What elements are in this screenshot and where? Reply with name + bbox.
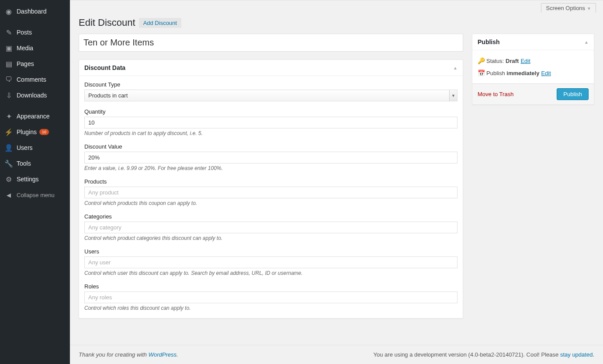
sidebar-item-label: Downloads (17, 92, 47, 99)
admin-sidebar: ◉Dashboard ✎Posts ▣Media ▤Pages 🗨Comment… (0, 0, 70, 364)
page-icon: ▤ (4, 59, 13, 68)
roles-input[interactable] (84, 291, 457, 303)
products-label: Products (84, 178, 457, 185)
wordpress-link[interactable]: WordPress (149, 351, 177, 358)
sliders-icon: ⚙ (4, 175, 13, 184)
sidebar-item-label: Pages (17, 60, 34, 67)
quantity-label: Quantity (84, 108, 457, 115)
discount-value-help: Enter a value, i.e. 9.99 or 20%. For fre… (84, 165, 457, 171)
sidebar-item-label: Tools (17, 160, 31, 167)
users-help: Control which user this discount can app… (84, 270, 457, 276)
screen-options-button[interactable]: Screen Options▼ (541, 3, 596, 13)
categories-input[interactable] (84, 222, 457, 233)
sidebar-item-users[interactable]: 👤Users (0, 140, 70, 156)
gauge-icon: ◉ (4, 7, 13, 16)
sidebar-item-label: Comments (17, 76, 46, 83)
quantity-input[interactable] (84, 117, 457, 128)
page-title: Edit Discount (79, 17, 135, 28)
sidebar-item-downloads[interactable]: ⇩Downloads (0, 87, 70, 103)
brush-icon: ✦ (4, 112, 13, 121)
chevron-up-icon: ▲ (584, 40, 589, 45)
user-icon: 👤 (4, 143, 13, 152)
media-icon: ▣ (4, 44, 13, 52)
schedule-label: Publish (486, 70, 505, 76)
sidebar-item-label: Posts (17, 29, 32, 36)
panel-title: Discount Data (84, 64, 125, 71)
sidebar-item-comments[interactable]: 🗨Comments (0, 72, 70, 87)
calendar-icon: 📅 (478, 69, 486, 76)
plug-icon: ⚡ (4, 128, 13, 136)
users-label: Users (84, 248, 457, 255)
comment-icon: 🗨 (4, 75, 13, 84)
categories-label: Categories (84, 213, 457, 220)
download-icon: ⇩ (4, 91, 13, 100)
status-label: Status: (486, 58, 504, 64)
quantity-help: Number of products in cart to apply disc… (84, 130, 457, 136)
discount-type-label: Discount Type (84, 81, 457, 88)
panel-title: Publish (478, 38, 500, 45)
roles-help: Control which roles this discount can ap… (84, 305, 457, 311)
plugins-badge: 10 (39, 129, 49, 135)
roles-label: Roles (84, 283, 457, 290)
edit-status-link[interactable]: Edit (520, 58, 530, 64)
sidebar-item-plugins[interactable]: ⚡Plugins10 (0, 124, 70, 140)
chevron-down-icon: ▼ (449, 90, 457, 101)
add-discount-button[interactable]: Add Discount (139, 18, 181, 28)
sidebar-item-dashboard[interactable]: ◉Dashboard (0, 3, 70, 19)
edit-schedule-link[interactable]: Edit (541, 70, 551, 76)
footer-version: You are using a development version (4.0… (374, 351, 594, 358)
collapse-menu-button[interactable]: ◀Collapse menu (0, 187, 70, 203)
main-content: Screen Options▼ Edit Discount Add Discou… (70, 0, 603, 364)
discount-data-toggle[interactable]: Discount Data ▲ (79, 60, 463, 76)
pin-icon: ✎ (4, 28, 13, 37)
sidebar-item-label: Dashboard (17, 8, 47, 15)
sidebar-item-tools[interactable]: 🔧Tools (0, 156, 70, 171)
discount-title-input[interactable] (79, 34, 463, 52)
publish-panel-toggle[interactable]: Publish ▲ (472, 34, 594, 50)
sidebar-item-settings[interactable]: ⚙Settings (0, 171, 70, 187)
discount-value-input[interactable] (84, 152, 457, 163)
discount-data-panel: Discount Data ▲ Discount Type Products i… (79, 59, 463, 319)
users-input[interactable] (84, 257, 457, 268)
sidebar-item-label: Appearance (17, 113, 50, 120)
discount-type-select[interactable]: Products in cart (84, 90, 457, 101)
sidebar-item-label: Settings (17, 176, 39, 183)
schedule-value: immediately (506, 70, 539, 76)
products-input[interactable] (84, 187, 457, 198)
sidebar-item-posts[interactable]: ✎Posts (0, 24, 70, 40)
discount-value-label: Discount Value (84, 143, 457, 150)
publish-button[interactable]: Publish (557, 88, 589, 100)
sidebar-item-label: Media (17, 45, 33, 52)
chevron-down-icon: ▼ (587, 6, 591, 11)
key-icon: 🔑 (478, 57, 486, 64)
chevron-left-icon: ◀ (4, 191, 13, 199)
status-value: Draft (506, 58, 519, 64)
publish-panel: Publish ▲ 🔑 Status: Draft Edit 📅 (472, 34, 594, 105)
wrench-icon: 🔧 (4, 159, 13, 168)
footer-thanks: Thank you for creating with WordPress. (79, 351, 178, 358)
products-help: Control which products this coupon can a… (84, 200, 457, 206)
sidebar-item-label: Users (17, 144, 33, 151)
sidebar-item-appearance[interactable]: ✦Appearance (0, 108, 70, 124)
stay-updated-link[interactable]: stay updated (560, 351, 593, 358)
sidebar-item-label: Plugins (17, 128, 37, 135)
sidebar-item-pages[interactable]: ▤Pages (0, 56, 70, 72)
chevron-up-icon: ▲ (453, 66, 457, 70)
sidebar-item-media[interactable]: ▣Media (0, 40, 70, 56)
footer: Thank you for creating with WordPress. Y… (70, 345, 603, 364)
move-to-trash-link[interactable]: Move to Trash (478, 91, 513, 97)
categories-help: Control which product categories this di… (84, 235, 457, 241)
